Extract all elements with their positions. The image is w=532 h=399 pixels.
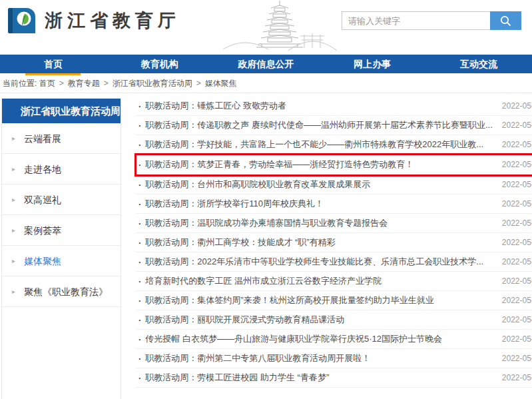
- news-date: 2022-05-14: [502, 315, 532, 324]
- site-header: 浙江省教育厅: [0, 0, 532, 55]
- news-row[interactable]: 职教活动周：锤炼工匠心 致敬劳动者2022-05-18: [136, 97, 532, 116]
- news-title[interactable]: 职教活动周：浙所学校举行110周年校庆典礼！: [145, 198, 492, 210]
- news-row[interactable]: 传光授帽 白衣筑梦——舟山旅游与健康职业学院举行庆祝5·12国际护士节晚会202…: [136, 330, 532, 349]
- book-leaf-logo-icon: [5, 6, 36, 35]
- news-list: 职教活动周：锤炼工匠心 致敬劳动者2022-05-18职教活动周：传递职教之声 …: [136, 97, 532, 388]
- news-title[interactable]: 职教活动周：学好技能，共富路上一个也不能少——衢州市特殊教育学校2022年职业教…: [145, 139, 492, 151]
- sidebar-item-1[interactable]: 云端看展: [2, 123, 121, 154]
- news-title[interactable]: 培育新时代的数字工匠 温州市成立浙江云谷数字经济产业学院: [145, 275, 492, 287]
- news-title[interactable]: 职教活动周：台州市和高职院校职业教育改革发展成果展示: [145, 179, 492, 191]
- news-row[interactable]: 职教活动周：集体签约周”来袭！杭州这所高校开展批量签约助力毕业生就业2022-0…: [136, 291, 532, 310]
- breadcrumb-item[interactable]: 教育专题: [68, 79, 100, 88]
- breadcrumb-separator: >: [196, 79, 201, 88]
- breadcrumb-items: 首页>教育专题>浙江省职业教育活动周>媒体聚焦: [39, 79, 237, 88]
- news-title[interactable]: 职教活动周：2022年乐清市中等职业学校师生专业技能比赛、乐清市总工会职业技术学…: [145, 256, 492, 268]
- news-title[interactable]: 职教活动周：温职院成功举办柬埔寨国情与职业教育专题报告会: [145, 217, 492, 229]
- sidebar-title: 浙江省职业教育活动周: [2, 99, 121, 123]
- site-title: 浙江省教育厅: [45, 9, 180, 33]
- pagoda-sketch-icon: [222, 0, 338, 53]
- breadcrumb-item[interactable]: 首页: [39, 79, 55, 88]
- news-row[interactable]: 职教活动周：2022年乐清市中等职业学校师生专业技能比赛、乐清市总工会职业技术学…: [136, 252, 532, 272]
- sidebar-item-6[interactable]: 聚焦《职业教育法》: [2, 276, 121, 307]
- page-body: 浙江省职业教育活动周 云端看展走进各地双高巡礼案例荟萃媒体聚焦聚焦《职业教育法》…: [0, 93, 532, 399]
- breadcrumb: 当前位置: 首页>教育专题>浙江省职业教育活动周>媒体聚焦: [0, 73, 532, 93]
- news-date: 2022-05-18: [502, 180, 532, 189]
- nav-tab-2[interactable]: 教育机构: [107, 55, 213, 73]
- site-logo[interactable]: 浙江省教育厅: [5, 6, 180, 35]
- news-row[interactable]: 职教活动周：丽职院开展沉浸式劳动教育精品课活动2022-05-14: [136, 310, 532, 330]
- news-title[interactable]: 职教活动周：衢州第二中专第八届职业教育活动周开展啦！: [145, 352, 492, 364]
- page: 浙江省教育厅: [0, 0, 532, 399]
- sidebar-item-4[interactable]: 案例荟萃: [2, 215, 121, 246]
- sidebar: 浙江省职业教育活动周 云端看展走进各地双高巡礼案例荟萃媒体聚焦聚焦《职业教育法》: [1, 99, 121, 399]
- sidebar-items: 云端看展走进各地双高巡礼案例荟萃媒体聚焦聚焦《职业教育法》: [2, 123, 121, 307]
- news-title[interactable]: 职教活动周：劳模工匠进校园 助力学生 “青春梦”: [145, 372, 492, 384]
- news-row[interactable]: 职教活动周：筑梦正青春，劳动绘幸福——浙经贸打造特色劳动教育！2022-05-1…: [136, 155, 532, 175]
- breadcrumb-item[interactable]: 媒体聚焦: [205, 79, 237, 88]
- sidebar-item-2[interactable]: 走进各地: [2, 154, 121, 185]
- search-input[interactable]: [342, 11, 490, 30]
- news-date: 2022-05-14: [502, 334, 532, 344]
- breadcrumb-separator: >: [59, 79, 64, 88]
- sidebar-item-5[interactable]: 媒体聚焦: [2, 246, 121, 276]
- news-date: 2022-05-18: [502, 160, 532, 169]
- search-button[interactable]: [490, 11, 521, 30]
- news-row[interactable]: 职教活动周：浙所学校举行110周年校庆典礼！2022-05-16: [136, 195, 532, 214]
- news-title[interactable]: 职教活动周：集体签约周”来袭！杭州这所高校开展批量签约助力毕业生就业: [145, 294, 492, 306]
- news-date: 2022-05-14: [502, 354, 532, 363]
- search-icon: [499, 15, 512, 27]
- news-row[interactable]: 职教活动周：衢州第二中专第八届职业教育活动周开展啦！2022-05-14: [136, 349, 532, 368]
- search-bar: [342, 11, 521, 30]
- news-title[interactable]: 职教活动周：衢州工商学校：技能成才 “职”有精彩: [145, 236, 492, 248]
- news-title[interactable]: 职教活动周：传递职教之声 赓续时代使命——温州幼师开展第十届艺术素养节比赛暨职业…: [145, 119, 492, 131]
- nav-tab-5[interactable]: 互动交流: [425, 55, 532, 73]
- breadcrumb-item[interactable]: 浙江省职业教育活动周: [113, 79, 192, 88]
- news-date: 2022-05-16: [502, 199, 532, 208]
- sidebar-item-3[interactable]: 双高巡礼: [2, 185, 121, 215]
- nav-tab-3[interactable]: 政府信息公开: [213, 55, 320, 73]
- news-row[interactable]: 职教活动周：台州市和高职院校职业教育改革发展成果展示2022-05-18: [136, 175, 532, 195]
- nav-tabs: 首页教育机构政府信息公开网上办事互动交流: [0, 55, 532, 73]
- news-date: 2022-05-18: [502, 101, 532, 111]
- news-title[interactable]: 职教活动周：锤炼工匠心 致敬劳动者: [145, 100, 492, 112]
- news-date: 2022-05-14: [502, 296, 532, 305]
- news-row[interactable]: 职教活动周：学好技能，共富路上一个也不能少——衢州市特殊教育学校2022年职业教…: [136, 135, 532, 155]
- news-title[interactable]: 职教活动周：筑梦正青春，劳动绘幸福——浙经贸打造特色劳动教育！: [145, 159, 492, 171]
- nav-tab-4[interactable]: 网上办事: [319, 55, 425, 73]
- news-title[interactable]: 传光授帽 白衣筑梦——舟山旅游与健康职业学院举行庆祝5·12国际护士节晚会: [145, 333, 492, 345]
- news-date: 2022-05-14: [502, 276, 532, 286]
- news-row[interactable]: 培育新时代的数字工匠 温州市成立浙江云谷数字经济产业学院2022-05-14: [136, 272, 532, 291]
- news-row[interactable]: 职教活动周：衢州工商学校：技能成才 “职”有精彩2022-05-16: [136, 233, 532, 252]
- news-date: 2022-05-16: [502, 257, 532, 266]
- news-row[interactable]: 职教活动周：温职院成功举办柬埔寨国情与职业教育专题报告会2022-05-16: [136, 214, 532, 233]
- news-row[interactable]: 职教活动周：传递职教之声 赓续时代使命——温州幼师开展第十届艺术素养节比赛暨职业…: [136, 116, 532, 135]
- news-row[interactable]: 职教活动周：劳模工匠进校园 助力学生 “青春梦”2022-05-14: [136, 368, 532, 388]
- news-date: 2022-05-16: [502, 238, 532, 247]
- news-date: 2022-05-18: [502, 140, 532, 149]
- news-date: 2022-05-14: [502, 373, 532, 382]
- news-date: 2022-05-18: [502, 121, 532, 130]
- news-title[interactable]: 职教活动周：丽职院开展沉浸式劳动教育精品课活动: [145, 314, 492, 326]
- breadcrumb-prefix: 当前位置:: [3, 79, 37, 88]
- nav-tab-1[interactable]: 首页: [0, 55, 107, 73]
- news-date: 2022-05-16: [502, 218, 532, 228]
- main-nav: 首页教育机构政府信息公开网上办事互动交流: [0, 55, 532, 73]
- breadcrumb-separator: >: [104, 79, 109, 88]
